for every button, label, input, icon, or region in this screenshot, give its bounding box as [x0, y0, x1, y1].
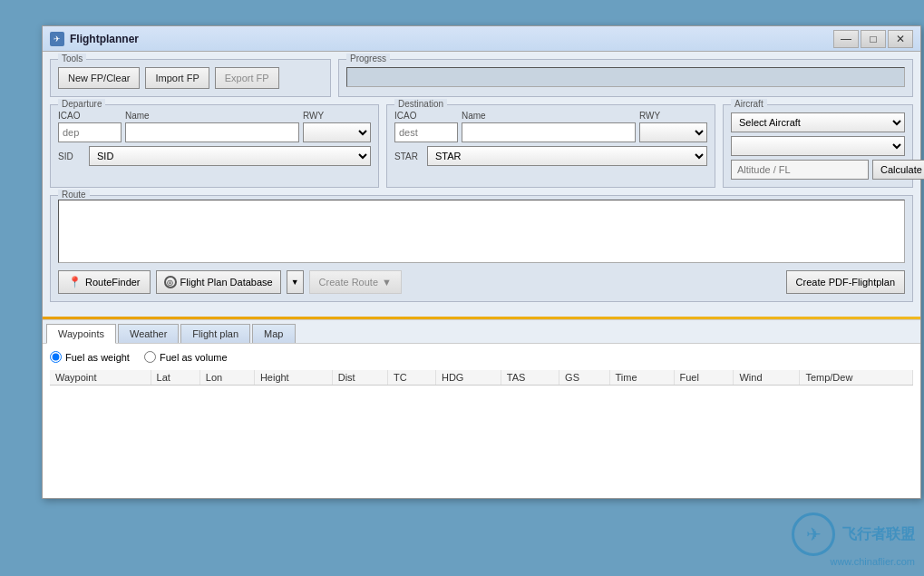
route-textarea[interactable] — [58, 200, 905, 263]
calculate-button[interactable]: Calculate — [872, 160, 924, 180]
destination-legend: Destination — [394, 99, 447, 109]
col-height: Height — [254, 370, 332, 386]
col-fuel: Fuel — [674, 370, 734, 386]
maximize-button[interactable]: □ — [861, 30, 886, 48]
create-route-dropdown-icon: ▼ — [382, 277, 392, 288]
departure-sid-select[interactable]: SID — [89, 146, 371, 166]
destination-section: Destination ICAO Name RWY — [386, 104, 715, 188]
tab-waypoints[interactable]: Waypoints — [46, 324, 116, 344]
departure-rwy-label: RWY — [303, 111, 371, 121]
destination-star-label: STAR — [394, 151, 423, 161]
watermark-circle: ✈ — [792, 513, 835, 556]
tabs-bar: Waypoints Weather Flight plan Map — [43, 320, 920, 344]
close-button[interactable]: ✕ — [888, 30, 913, 48]
window-title: Flightplanner — [70, 33, 833, 45]
fpdb-label: Flight Plan Database — [180, 277, 273, 288]
col-dist: Dist — [332, 370, 387, 386]
fpdb-button[interactable]: ◎ Flight Plan Database — [156, 270, 281, 294]
import-fp-button[interactable]: Import FP — [145, 67, 209, 89]
tools-legend: Tools — [58, 54, 86, 63]
tools-section: Tools New FP/Clear Import FP Export FP — [50, 59, 331, 97]
destination-icao-input[interactable] — [394, 122, 458, 142]
fuel-volume-label: Fuel as volume — [160, 352, 228, 363]
export-fp-button[interactable]: Export FP — [215, 67, 279, 89]
watermark-url: www.chinaflier.com — [792, 556, 915, 567]
departure-sid-label: SID — [58, 151, 85, 161]
tab-content-waypoints: Fuel as weight Fuel as volume Waypoint L… — [43, 344, 920, 498]
fuel-volume-radio[interactable] — [144, 351, 156, 363]
fpdb-icon: ◎ — [164, 276, 177, 288]
aircraft-variant-select[interactable] — [731, 136, 905, 156]
destination-star-select[interactable]: STAR — [427, 146, 707, 166]
departure-icao-input[interactable] — [58, 122, 122, 142]
departure-name-label: Name — [125, 111, 299, 121]
waypoints-table: Waypoint Lat Lon Height Dist TC HDG TAS … — [50, 370, 913, 386]
create-route-button[interactable]: Create Route ▼ — [309, 270, 402, 294]
tab-map[interactable]: Map — [252, 324, 295, 343]
col-gs: GS — [559, 370, 609, 386]
altitude-input[interactable] — [731, 160, 869, 180]
tab-weather[interactable]: Weather — [118, 324, 179, 343]
destination-name-input[interactable] — [462, 122, 636, 142]
route-legend: Route — [58, 190, 90, 200]
pin-icon: 📍 — [68, 276, 82, 288]
col-tempdew: Temp/Dew — [800, 370, 913, 386]
fuel-weight-option[interactable]: Fuel as weight — [50, 351, 130, 363]
destination-icao-label: ICAO — [394, 111, 458, 121]
col-tas: TAS — [501, 370, 559, 386]
col-hdg: HDG — [435, 370, 501, 386]
watermark: ✈ 飞行者联盟 www.chinaflier.com — [792, 513, 915, 567]
col-time: Time — [609, 370, 674, 386]
departure-name-input[interactable] — [125, 122, 299, 142]
fuel-weight-label: Fuel as weight — [65, 352, 130, 363]
fpdb-dropdown-button[interactable]: ▼ — [287, 270, 304, 294]
new-fp-button[interactable]: New FP/Clear — [58, 67, 140, 89]
progress-legend: Progress — [346, 54, 390, 63]
aircraft-section: Aircraft Select Aircraft Calculate — [723, 104, 913, 188]
create-route-label: Create Route — [319, 277, 378, 288]
fuel-options: Fuel as weight Fuel as volume — [50, 351, 913, 363]
fuel-volume-option[interactable]: Fuel as volume — [144, 351, 228, 363]
destination-name-label: Name — [462, 111, 636, 121]
minimize-button[interactable]: — — [833, 30, 859, 48]
aircraft-select[interactable]: Select Aircraft — [731, 112, 905, 132]
destination-rwy-label: RWY — [639, 111, 707, 121]
departure-legend: Departure — [58, 99, 105, 109]
app-icon: ✈ — [50, 32, 64, 46]
tabs-section: Waypoints Weather Flight plan Map Fuel a… — [43, 319, 920, 498]
col-lon: Lon — [199, 370, 254, 386]
progress-section: Progress — [338, 59, 913, 97]
fuel-weight-radio[interactable] — [50, 351, 62, 363]
departure-rwy-select[interactable] — [303, 122, 371, 142]
col-waypoint: Waypoint — [50, 370, 151, 386]
route-section: Route 📍 RouteFinder ◎ Flight Plan Databa… — [50, 195, 913, 302]
col-tc: TC — [387, 370, 435, 386]
route-finder-button[interactable]: 📍 RouteFinder — [58, 270, 151, 294]
destination-rwy-select[interactable] — [639, 122, 707, 142]
watermark-text: 飞行者联盟 — [842, 525, 915, 544]
col-lat: Lat — [151, 370, 199, 386]
route-finder-label: RouteFinder — [85, 277, 141, 288]
tab-flight-plan[interactable]: Flight plan — [180, 324, 250, 343]
aircraft-legend: Aircraft — [731, 99, 767, 109]
watermark-plane-icon: ✈ — [806, 523, 822, 545]
progress-bar — [346, 67, 905, 87]
departure-icao-label: ICAO — [58, 111, 122, 121]
col-wind: Wind — [734, 370, 800, 386]
create-pdf-button[interactable]: Create PDF-Flightplan — [786, 270, 905, 294]
departure-section: Departure ICAO Name RWY — [50, 104, 379, 188]
